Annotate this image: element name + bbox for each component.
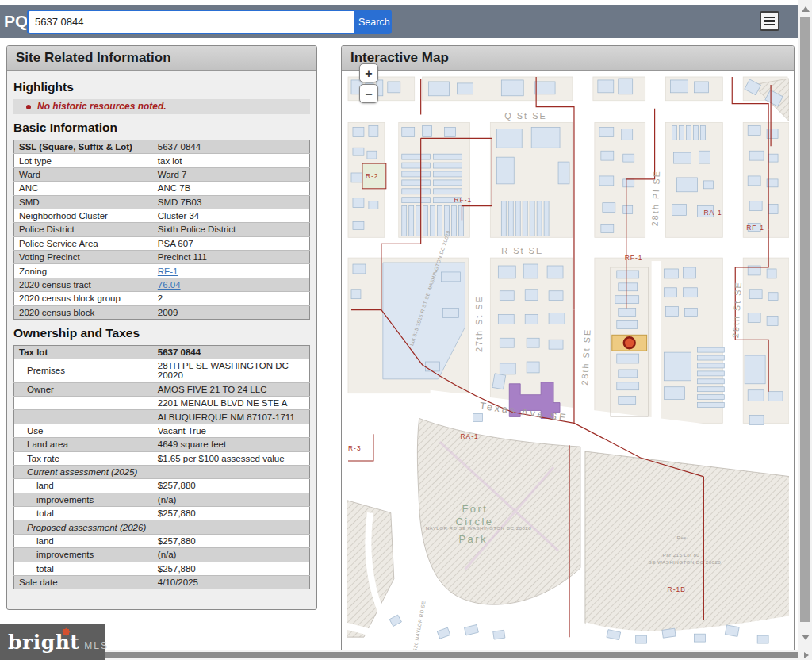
scroll-down-icon[interactable]: [802, 635, 810, 640]
horizontal-scrollbar-thumb[interactable]: [2, 652, 798, 658]
hamburger-menu-button[interactable]: [760, 11, 779, 31]
zoom-out-button[interactable]: −: [359, 84, 378, 103]
table-row: ALBUQUERQUE NM 87107-1711: [14, 410, 310, 424]
table-row: 2201 MENAUL BLVD NE STE A: [14, 397, 310, 410]
brand-suffix: MLS: [84, 640, 109, 651]
table-row: Tax lot5637 0844: [14, 345, 310, 359]
scroll-right-icon[interactable]: [804, 652, 809, 658]
table-row: ANCANC 7B: [14, 182, 310, 195]
park-address-label: NAYLOR RD SE WASHINGTON DC 20020: [426, 525, 532, 531]
zoom-in-button[interactable]: +: [359, 63, 378, 82]
table-row: OwnerAMOS FIVE 21 TO 24 LLC: [14, 382, 310, 396]
table-row: 2020 census tract76.04: [14, 278, 310, 291]
search-bar: Search: [27, 10, 392, 34]
interactive-map-panel: Interactive Map + −: [341, 45, 795, 654]
ownership-heading: Ownership and Taxes: [13, 326, 310, 340]
site-info-panel-title: Site Related Information: [7, 46, 316, 71]
highlights-heading: Highlights: [13, 80, 310, 94]
search-input[interactable]: [27, 10, 354, 34]
top-bar: PQ Search: [0, 5, 798, 38]
table-row: Neighborhood ClusterCluster 34: [14, 209, 310, 222]
vertical-scrollbar-thumb[interactable]: [800, 17, 810, 622]
hamburger-icon: [764, 17, 775, 19]
street-label-27th: 27th St SE: [474, 295, 484, 352]
table-row: 2020 census block2009: [14, 305, 310, 319]
table-row: Voting PrecinctPrecinct 111: [14, 251, 310, 264]
table-row: Tax rate$1.65 per $100 assessed value: [14, 451, 310, 465]
table-row: 2020 census block group2: [14, 292, 310, 305]
table-row: total$257,880: [14, 562, 310, 575]
search-button[interactable]: Search: [354, 10, 392, 34]
highlight-item: No historic resources noted.: [13, 99, 310, 114]
table-row: land$257,880: [14, 534, 310, 547]
table-row: SMDSMD 7B03: [14, 195, 310, 209]
table-row: Police DistrictSixth Police District: [14, 223, 310, 236]
table-row: ZoningRF-1: [14, 264, 310, 278]
map-zoom-controls: + −: [359, 63, 378, 103]
table-row: improvements(n/a): [14, 548, 310, 562]
table-row: Land area4649 square feet: [14, 438, 310, 451]
table-row: SSL (Square, Suffix & Lot)5637 0844: [14, 140, 310, 154]
table-row: Sale date4/10/2025: [14, 575, 310, 589]
zone-label: RF-1: [746, 224, 764, 232]
site-info-panel: Site Related Information Highlights No h…: [6, 45, 317, 610]
app-logo: PQ: [4, 12, 28, 31]
zoning-link[interactable]: RF-1: [158, 267, 178, 276]
street-label-28th-pl: 28th Pl SE: [650, 170, 662, 227]
bullet-icon: [26, 105, 31, 109]
subject-location-marker[interactable]: [624, 337, 635, 348]
table-row: WardWard 7: [14, 167, 310, 181]
census-tract-link[interactable]: 76.04: [158, 280, 181, 290]
map-panel-title: Interactive Map: [342, 46, 794, 71]
par215-label-line2: SE WASHINGTON DC 20020: [649, 559, 722, 565]
map-canvas[interactable]: Q St SE R St SE 27th St SE 28th St SE 28…: [347, 75, 789, 650]
table-row: land$257,880: [14, 479, 310, 493]
bright-mls-logo: bright MLS: [0, 624, 105, 660]
street-label-q: Q St SE: [504, 111, 546, 121]
table-row: improvements(n/a): [14, 493, 310, 506]
horizontal-scrollbar[interactable]: [0, 650, 812, 660]
table-row: Lot typetax lot: [14, 154, 310, 167]
street-label-r: R St SE: [501, 246, 543, 255]
zone-label: RA-1: [703, 209, 722, 217]
table-row: total$257,880: [14, 507, 310, 520]
zone-label: R-3: [348, 444, 362, 452]
zone-label: RF-1: [625, 254, 643, 262]
basic-info-heading: Basic Information: [13, 121, 310, 135]
park-label-line1: Fort: [462, 503, 488, 515]
table-row: Proposed assessment (2026): [14, 520, 310, 534]
zone-label: R-2: [366, 172, 379, 180]
zone-label: RF-1: [454, 196, 473, 204]
brand-wordmark: bright: [8, 631, 79, 654]
table-row: Current assessment (2025): [14, 465, 310, 478]
basic-info-table: SSL (Square, Suffix & Lot)5637 0844 Lot …: [13, 140, 310, 320]
res-label: Res: [677, 535, 687, 540]
ownership-table: Tax lot5637 0844 Premises28TH PL SE WASH…: [13, 345, 310, 589]
par215-label-line1: Par 215 Lot 80: [663, 552, 700, 558]
scroll-up-icon[interactable]: [802, 6, 810, 12]
zone-label: R-1B: [668, 585, 686, 593]
vertical-scrollbar[interactable]: [798, 0, 812, 650]
table-row: Police Service AreaPSA 607: [14, 236, 310, 250]
zone-label: RA-1: [460, 432, 478, 440]
table-row: UseVacant True: [14, 424, 310, 437]
park-label-line3: Park: [458, 533, 488, 545]
table-row: Premises28TH PL SE WASHINGTON DC 20020: [14, 359, 310, 382]
